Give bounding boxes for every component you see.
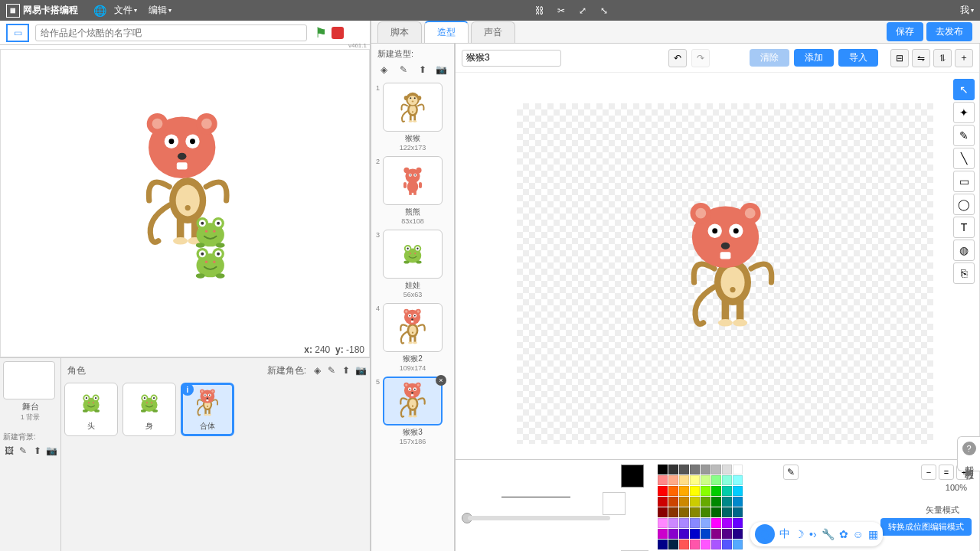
backdrop-library-icon[interactable]: 🖼 — [3, 445, 15, 457]
ime-grid-icon[interactable]: ▦ — [868, 528, 878, 540]
select-tool[interactable]: ↖ — [953, 79, 975, 100]
palette-swatch[interactable] — [658, 529, 668, 539]
palette-swatch[interactable] — [679, 540, 689, 549]
palette-swatch[interactable] — [668, 540, 678, 549]
palette-swatch[interactable] — [701, 507, 710, 517]
publish-button[interactable]: 去发布 — [926, 22, 972, 41]
palette-swatch[interactable] — [690, 507, 700, 517]
stop-button[interactable] — [332, 27, 344, 39]
palette-swatch[interactable] — [722, 465, 732, 474]
rect-tool[interactable]: ▭ — [953, 171, 975, 192]
palette-swatch[interactable] — [658, 497, 668, 507]
duplicate-tool[interactable]: ⎘ — [953, 262, 975, 284]
language-icon[interactable]: 🌐 — [93, 5, 106, 17]
ime-moon-icon[interactable]: ☽ — [795, 528, 805, 540]
palette-swatch[interactable] — [711, 475, 721, 485]
text-tool[interactable]: T — [953, 217, 975, 238]
palette-swatch[interactable] — [679, 507, 689, 517]
palette-swatch[interactable] — [658, 507, 668, 517]
palette-swatch[interactable] — [733, 540, 743, 549]
backdrop-upload-icon[interactable]: ⬆ — [31, 445, 44, 457]
palette-swatch[interactable] — [733, 529, 743, 539]
palette-swatch[interactable] — [701, 475, 710, 485]
palette-swatch[interactable] — [658, 465, 668, 474]
palette-swatch[interactable] — [733, 475, 743, 485]
palette-swatch[interactable] — [701, 465, 710, 474]
sprite-item[interactable]: i 合体 — [181, 383, 234, 436]
costume-item[interactable]: 4猴猴2109x174 — [374, 303, 451, 372]
sprite-camera-icon[interactable]: 📷 — [354, 364, 367, 377]
pen-tool[interactable]: ✎ — [953, 125, 975, 146]
palette-swatch[interactable] — [733, 486, 743, 496]
palette-swatch[interactable] — [690, 518, 700, 528]
sprite-paint-icon[interactable]: ✎ — [325, 364, 338, 377]
palette-swatch[interactable] — [701, 486, 710, 496]
palette-swatch[interactable] — [679, 486, 689, 496]
ime-punct-icon[interactable]: •› — [809, 528, 817, 540]
palette-swatch[interactable] — [690, 497, 700, 507]
palette-swatch[interactable] — [679, 529, 689, 539]
palette-swatch[interactable] — [722, 475, 732, 485]
palette-swatch[interactable] — [711, 529, 721, 539]
palette-swatch[interactable] — [722, 507, 732, 517]
convert-mode-button[interactable]: 转换成位图编辑模式 — [880, 518, 972, 536]
palette-swatch[interactable] — [711, 540, 721, 549]
palette-swatch[interactable] — [658, 486, 668, 496]
sprite-item[interactable]: 头 — [64, 383, 118, 436]
palette-swatch[interactable] — [679, 518, 689, 528]
palette-swatch[interactable] — [711, 507, 721, 517]
palette-swatch[interactable] — [668, 529, 678, 539]
palette-swatch[interactable] — [658, 475, 668, 485]
palette-swatch[interactable] — [722, 497, 732, 507]
green-flag-button[interactable]: ⚑ — [315, 24, 327, 41]
palette-swatch[interactable] — [701, 540, 710, 549]
cut-icon[interactable]: ✂ — [554, 3, 569, 18]
palette-swatch[interactable] — [711, 497, 721, 507]
ime-skin-icon[interactable]: ✿ — [839, 528, 848, 540]
palette-swatch[interactable] — [690, 475, 700, 485]
costume-library-icon[interactable]: ◈ — [377, 63, 390, 77]
palette-swatch[interactable] — [701, 497, 710, 507]
tab-costumes[interactable]: 造型 — [424, 21, 469, 43]
palette-swatch[interactable] — [722, 518, 732, 528]
palette-swatch[interactable] — [668, 497, 678, 507]
center-icon[interactable]: ＋ — [955, 49, 973, 67]
backdrop-paint-icon[interactable]: ✎ — [18, 445, 30, 457]
palette-swatch[interactable] — [690, 486, 700, 496]
palette-swatch[interactable] — [658, 518, 668, 528]
sprite-info-icon[interactable]: i — [181, 383, 194, 396]
paint-canvas[interactable] — [517, 103, 933, 444]
menu-edit[interactable]: 编辑 — [149, 4, 172, 17]
project-title-input[interactable] — [35, 24, 307, 41]
palette-swatch[interactable] — [733, 497, 743, 507]
ime-toolbar[interactable]: Q 中 ☽ •› 🔧 ✿ ☺ ▦ — [750, 522, 883, 546]
costume-camera-icon[interactable]: 📷 — [435, 63, 448, 77]
flip-v-icon[interactable]: ⥮ — [933, 49, 952, 67]
palette-swatch[interactable] — [733, 507, 743, 517]
palette-swatch[interactable] — [701, 518, 710, 528]
help-tab[interactable]: ? 帮助与教程 — [957, 436, 980, 471]
reshape-tool[interactable]: ✦ — [953, 102, 975, 123]
palette-swatch[interactable] — [679, 465, 689, 474]
palette-swatch[interactable] — [711, 518, 721, 528]
ime-lang-toggle[interactable]: 中 — [779, 527, 790, 541]
tab-sounds[interactable]: 声音 — [471, 21, 515, 43]
background-color[interactable] — [603, 492, 626, 515]
ime-emoji-icon[interactable]: ☺ — [853, 528, 864, 540]
palette-swatch[interactable] — [668, 465, 678, 474]
user-menu[interactable]: 我 — [960, 4, 974, 17]
palette-swatch[interactable] — [733, 465, 743, 474]
costume-item[interactable]: 3娃娃56x63 — [374, 230, 451, 298]
stage[interactable]: x: 240 y: -180 — [0, 49, 370, 357]
palette-swatch[interactable] — [690, 465, 700, 474]
delete-costume-icon[interactable]: × — [436, 375, 446, 386]
palette-swatch[interactable] — [690, 529, 700, 539]
costume-name-input[interactable] — [462, 50, 561, 67]
ime-wrench-icon[interactable]: 🔧 — [822, 528, 835, 540]
menu-file[interactable]: 文件 — [114, 4, 137, 17]
costume-item[interactable]: 5×猴猴3157x186 — [374, 377, 451, 445]
line-tool[interactable]: ╲ — [953, 148, 975, 169]
palette-swatch[interactable] — [722, 540, 732, 549]
stroke-slider[interactable] — [462, 513, 610, 523]
sprite-upload-icon[interactable]: ⬆ — [340, 364, 352, 377]
